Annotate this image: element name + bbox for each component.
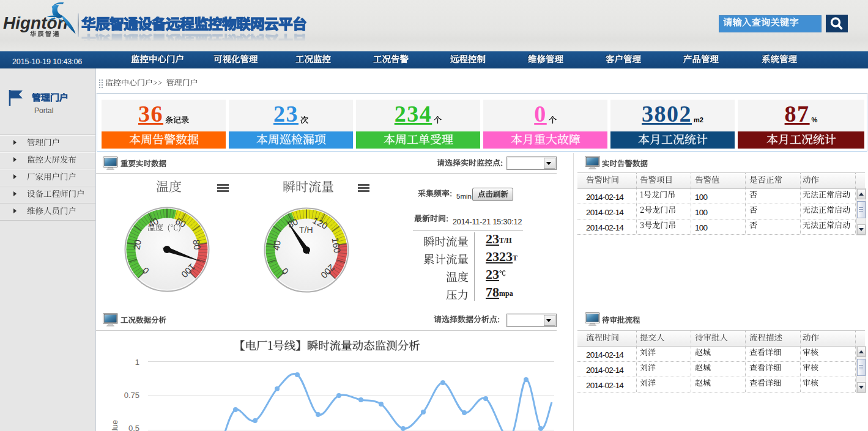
svg-text:20: 20: [131, 239, 143, 251]
svg-text:40: 40: [270, 240, 282, 251]
svg-text:80: 80: [191, 239, 202, 251]
